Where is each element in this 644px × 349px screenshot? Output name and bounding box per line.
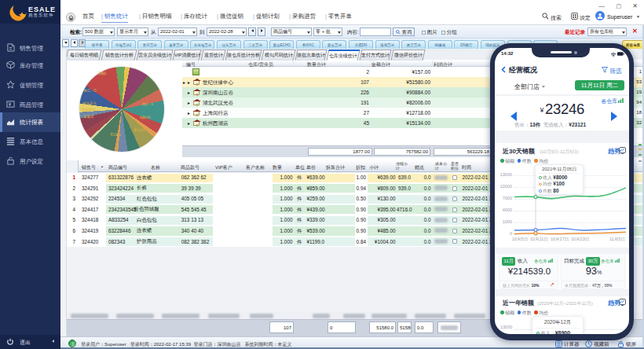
svg-text:¥: ¥ [9, 101, 12, 107]
